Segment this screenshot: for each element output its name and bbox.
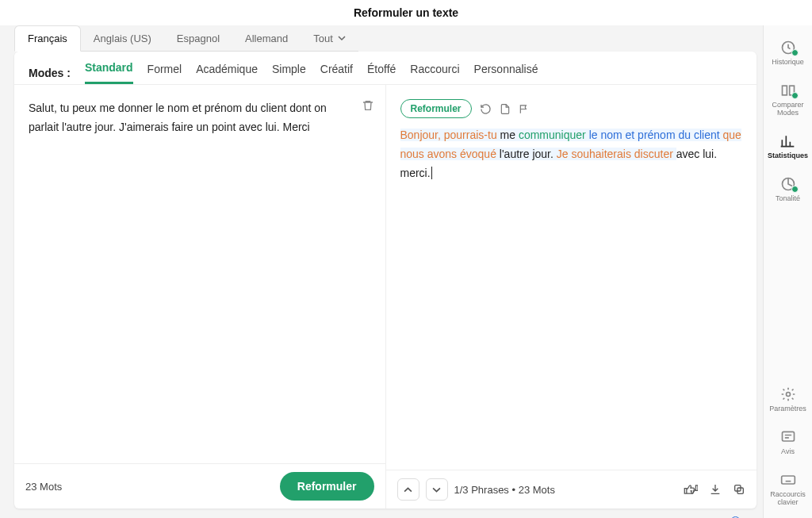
undo-icon[interactable] [480,103,492,115]
language-tabs: Français Anglais (US) Espagnol Allemand … [0,25,763,52]
sidebar-settings[interactable]: Paramètres [769,386,806,413]
output-text[interactable]: Bonjour, pourrais-tu me communiquer le n… [400,126,743,182]
gear-icon [780,386,796,402]
svg-rect-7 [782,432,794,442]
mode-academique[interactable]: Académique [196,63,258,83]
copy-doc-icon[interactable] [500,103,511,115]
input-text[interactable]: Salut, tu peux me donner le nom et préno… [29,99,371,137]
next-sentence-button[interactable] [426,478,448,501]
lang-tab-tout[interactable]: Tout [301,26,358,52]
sidebar-shortcuts[interactable]: Raccourcis clavier [764,472,812,507]
trash-icon[interactable] [362,99,374,112]
mode-raccourci[interactable]: Raccourci [410,63,459,83]
keyboard-icon [780,472,796,488]
modes-label: Modes : [29,67,71,79]
mode-creatif[interactable]: Créatif [320,63,353,83]
reviews-icon [780,429,796,445]
input-word-count: 23 Mots [25,481,62,493]
copy-icon[interactable] [733,483,745,496]
sidebar-tone-label: Tonalité [776,195,800,203]
sidebar-compare[interactable]: Comparer Modes [764,82,812,117]
svg-point-6 [786,393,790,397]
svg-rect-8 [781,476,795,484]
chevron-down-icon [338,34,346,42]
sidebar-settings-label: Paramètres [769,405,806,413]
mode-simple[interactable]: Simple [272,63,306,83]
legend: Mots modifiés Modifications de la struct… [0,508,763,518]
flag-icon[interactable] [519,103,530,115]
lang-tab-espagnol[interactable]: Espagnol [164,26,232,52]
reformuler-button[interactable]: Reformuler [280,472,374,501]
lang-tab-tout-label: Tout [313,33,333,44]
lang-tab-francais[interactable]: Français [14,25,81,52]
history-icon [780,40,796,56]
sidebar-tone[interactable]: Tonalité [776,176,800,203]
reformuler-pill[interactable]: Reformuler [400,99,472,118]
lang-tab-allemand[interactable]: Allemand [232,26,301,52]
input-footer: 23 Mots Reformuler [14,463,385,508]
thumbs-feedback-icon[interactable] [684,483,698,496]
mode-etoffe[interactable]: Étoffé [367,63,396,83]
compare-icon [780,82,796,98]
output-footer: 1/3 Phrases • 23 Mots [386,470,757,508]
mode-personnalise[interactable]: Personnalisé [474,63,538,83]
sidebar-history[interactable]: Historique [772,40,804,67]
stats-icon [779,133,795,149]
output-pane: Reformuler Bonjour, pourrais-tu me [386,85,757,508]
sidebar-reviews-label: Avis [781,448,795,456]
lang-tab-anglais[interactable]: Anglais (US) [81,26,164,52]
sidebar-shortcuts-label: Raccourcis clavier [764,491,812,507]
output-status: 1/3 Phrases • 23 Mots [454,484,555,496]
svg-rect-3 [782,86,787,95]
tone-icon [780,176,796,192]
mode-standard[interactable]: Standard [85,61,133,84]
sidebar-compare-label: Comparer Modes [764,102,812,117]
download-icon[interactable] [709,483,722,496]
sidebar-history-label: Historique [772,59,804,67]
prev-sentence-button[interactable] [397,478,419,501]
editor-card: Modes : Standard Formel Académique Simpl… [14,52,756,508]
mode-formel[interactable]: Formel [147,63,182,83]
input-pane: Salut, tu peux me donner le nom et préno… [14,85,386,508]
sidebar-reviews[interactable]: Avis [780,429,796,456]
sidebar-stats[interactable]: Statistiques [768,133,808,160]
page-title: Reformuler un texte [0,0,812,25]
modes-row: Modes : Standard Formel Académique Simpl… [14,52,756,84]
output-toolbar: Reformuler [400,99,743,118]
sidebar-stats-label: Statistiques [768,152,808,160]
right-sidebar: Historique Comparer Modes Statistiques T… [763,25,812,518]
